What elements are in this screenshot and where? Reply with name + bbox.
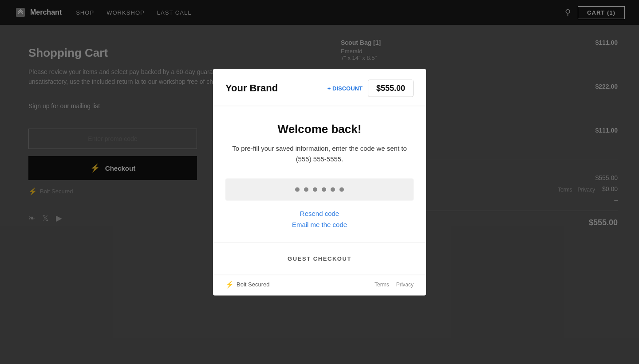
terms-link-modal[interactable]: Terms <box>375 281 389 287</box>
bolt-secured-modal-text: Bolt Secured <box>237 281 269 288</box>
modal-body: Welcome back! To pre-fill your saved inf… <box>213 106 426 274</box>
otp-dot-3 <box>313 187 317 192</box>
checkout-modal: Your Brand + DISCOUNT $555.00 Welcome ba… <box>213 69 426 295</box>
bolt-icon-modal: ⚡ <box>225 280 234 288</box>
footer-terms: Terms Privacy <box>375 281 414 287</box>
modal-title: Welcome back! <box>225 122 414 136</box>
modal-subtitle: To pre-fill your saved information, ente… <box>225 143 414 164</box>
otp-dot-2 <box>304 187 308 192</box>
modal-header-right: + DISCOUNT $555.00 <box>327 79 414 97</box>
otp-dot-5 <box>331 187 335 192</box>
price-badge: $555.00 <box>368 79 414 97</box>
otp-dot-6 <box>339 187 344 192</box>
privacy-link-modal[interactable]: Privacy <box>396 281 414 287</box>
otp-dots <box>295 187 344 192</box>
email-code-link[interactable]: Email me the code <box>225 220 414 228</box>
modal-header: Your Brand + DISCOUNT $555.00 <box>213 69 426 106</box>
resend-code-link[interactable]: Resend code <box>225 209 414 217</box>
otp-dot-4 <box>322 187 326 192</box>
discount-link[interactable]: + DISCOUNT <box>327 85 363 91</box>
bolt-secured-modal: ⚡ Bolt Secured <box>225 280 269 288</box>
guest-checkout-button[interactable]: GUEST CHECKOUT <box>288 255 351 262</box>
modal-brand: Your Brand <box>225 82 278 94</box>
modal-footer: ⚡ Bolt Secured Terms Privacy <box>213 274 426 295</box>
otp-dot-1 <box>295 187 300 192</box>
otp-input-container[interactable] <box>225 178 414 200</box>
modal-divider <box>213 242 426 243</box>
